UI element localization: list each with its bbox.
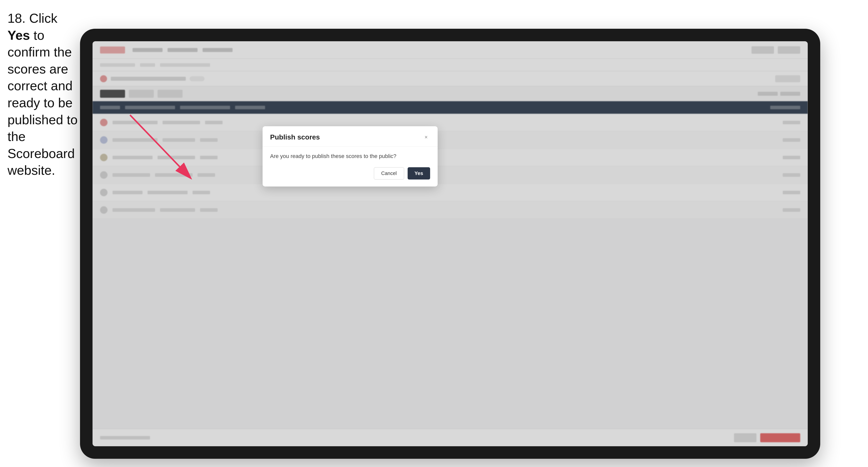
modal-dialog: Publish scores × Are you ready to publis… — [262, 126, 438, 187]
modal-header: Publish scores × — [262, 126, 438, 147]
yes-button[interactable]: Yes — [408, 167, 430, 180]
modal-footer: Cancel Yes — [262, 167, 438, 187]
instruction-text-part1: Click — [26, 11, 57, 26]
instruction-text-part2: to confirm the scores are correct and re… — [7, 28, 78, 178]
tablet-screen: Publish scores × Are you ready to publis… — [93, 41, 808, 446]
modal-overlay: Publish scores × Are you ready to publis… — [93, 41, 808, 446]
step-number: 18. — [7, 11, 26, 26]
modal-body: Are you ready to publish these scores to… — [262, 147, 438, 167]
modal-message: Are you ready to publish these scores to… — [270, 153, 430, 160]
modal-title: Publish scores — [270, 133, 320, 141]
instruction-text: 18. Click Yes to confirm the scores are … — [7, 10, 80, 179]
cancel-button[interactable]: Cancel — [374, 167, 404, 180]
modal-close-button[interactable]: × — [422, 133, 430, 141]
instruction-bold: Yes — [7, 28, 30, 42]
tablet-device: Publish scores × Are you ready to publis… — [80, 29, 820, 459]
